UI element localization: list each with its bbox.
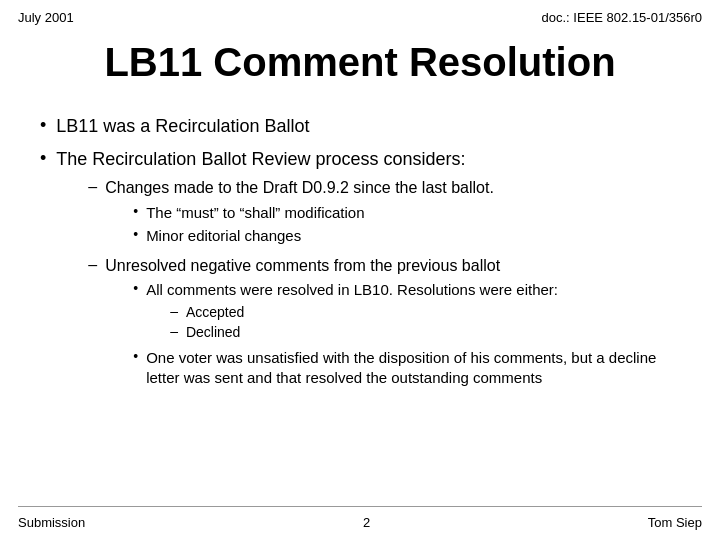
- sub-bullet-2-text: Minor editorial changes: [146, 226, 301, 246]
- slide: July 2001 doc.: IEEE 802.15-01/356r0 LB1…: [0, 0, 720, 540]
- sub-bullet-2-symbol: •: [133, 226, 138, 242]
- bullet-2-symbol: •: [40, 148, 46, 169]
- sub2-bullet-1-text: All comments were resolved in LB10. Reso…: [146, 281, 558, 298]
- sub3-item-2-symbol: –: [170, 323, 178, 339]
- sub2-bullet-1: • All comments were resolved in LB10. Re…: [133, 280, 680, 344]
- footer-submission: Submission: [18, 515, 85, 530]
- sub3-item-1-text: Accepted: [186, 303, 244, 321]
- bullet-2-sub: – Changes made to the Draft D0.9.2 since…: [88, 178, 680, 391]
- sub2-bullet-2-symbol: •: [133, 348, 138, 364]
- dash-1-text: Changes made to the Draft D0.9.2 since t…: [105, 179, 494, 196]
- sub-bullet-1: • The “must” to “shall” modification: [133, 203, 680, 223]
- bullet-2-text: The Recirculation Ballot Review process …: [56, 149, 465, 169]
- sub3-item-2-text: Declined: [186, 323, 240, 341]
- slide-content: • LB11 was a Recirculation Ballot • The …: [0, 105, 720, 506]
- sub2-bullet-2: • One voter was unsatisfied with the dis…: [133, 348, 680, 387]
- bullet-1-symbol: •: [40, 115, 46, 136]
- sub2-bullet-1-items: – Accepted – Declined: [170, 303, 680, 341]
- footer-author: Tom Siep: [648, 515, 702, 530]
- header-doc-id: doc.: IEEE 802.15-01/356r0: [542, 10, 702, 25]
- sub3-item-1-symbol: –: [170, 303, 178, 319]
- footer-page-number: 2: [363, 515, 370, 530]
- sub-bullet-2: • Minor editorial changes: [133, 226, 680, 246]
- dash-1-symbol: –: [88, 178, 97, 196]
- bullet-1-text: LB11 was a Recirculation Ballot: [56, 115, 309, 138]
- sub-bullet-1-text: The “must” to “shall” modification: [146, 203, 364, 223]
- dash-1-items: • The “must” to “shall” modification • M…: [133, 203, 680, 246]
- bullet-1: • LB11 was a Recirculation Ballot: [40, 115, 680, 138]
- sub3-item-2: – Declined: [170, 323, 680, 341]
- dash-2-symbol: –: [88, 256, 97, 274]
- sub-bullet-1-symbol: •: [133, 203, 138, 219]
- sub2-bullet-2-text: One voter was unsatisfied with the dispo…: [146, 348, 680, 387]
- dash-2-sub2: • All comments were resolved in LB10. Re…: [133, 280, 680, 387]
- title-section: LB11 Comment Resolution: [0, 29, 720, 105]
- dash-2: – Unresolved negative comments from the …: [88, 256, 680, 392]
- bullet-2: • The Recirculation Ballot Review proces…: [40, 148, 680, 397]
- sub3-item-1: – Accepted: [170, 303, 680, 321]
- slide-footer: Submission 2 Tom Siep: [0, 507, 720, 540]
- slide-header: July 2001 doc.: IEEE 802.15-01/356r0: [0, 0, 720, 29]
- dash-2-text: Unresolved negative comments from the pr…: [105, 257, 500, 274]
- dash-1: – Changes made to the Draft D0.9.2 since…: [88, 178, 680, 250]
- header-date: July 2001: [18, 10, 74, 25]
- sub2-bullet-1-symbol: •: [133, 280, 138, 296]
- slide-title: LB11 Comment Resolution: [20, 39, 700, 85]
